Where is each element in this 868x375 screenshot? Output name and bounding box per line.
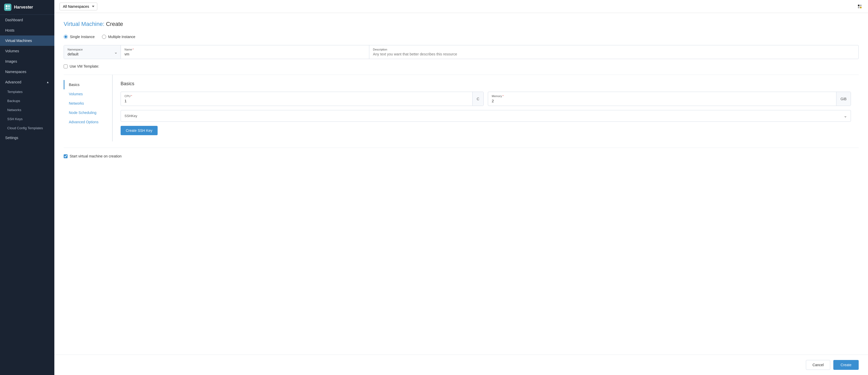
sidebar-item-dashboard[interactable]: Dashboard <box>0 15 54 25</box>
svg-rect-0 <box>6 5 7 7</box>
sidebar-item-hosts[interactable]: Hosts <box>0 25 54 35</box>
left-nav-advanced-options[interactable]: Advanced Options <box>64 117 112 127</box>
sidebar-item-advanced[interactable]: Advanced ▲ <box>0 77 54 87</box>
namespace-select[interactable]: All Namespaces default kube-system <box>60 3 97 10</box>
sidebar-item-volumes[interactable]: Volumes <box>0 46 54 56</box>
notification-icon[interactable] <box>857 3 863 9</box>
left-nav-networks[interactable]: Networks <box>64 99 112 108</box>
sidebar-item-label: Images <box>5 59 17 63</box>
basics-section-title: Basics <box>121 81 851 86</box>
sidebar-item-label: Hosts <box>5 28 14 32</box>
left-nav-basics[interactable]: Basics <box>64 80 112 89</box>
memory-input-group: Memory* GiB <box>488 92 851 106</box>
cpu-input-group: CPU* C <box>121 92 484 106</box>
sidebar-sub-cloud-config[interactable]: Cloud Config Templates <box>0 123 54 133</box>
sidebar-item-label: Settings <box>5 136 19 140</box>
namespace-chevron-icon[interactable]: ⌄ <box>114 50 118 55</box>
app-logo: Harvester <box>0 0 54 15</box>
page-title: Virtual Machine: Create <box>64 21 859 27</box>
create-button[interactable]: Create <box>833 360 859 370</box>
multiple-instance-label: Multiple Instance <box>108 35 135 39</box>
name-label: Name* <box>124 48 365 51</box>
sidebar-sub-networks[interactable]: Networks <box>0 106 54 114</box>
right-panel: Basics CPU* C <box>113 75 859 141</box>
memory-input[interactable] <box>492 99 833 103</box>
two-panel: Basics Volumes Networks Node Scheduling … <box>64 75 859 141</box>
name-input[interactable] <box>124 52 365 56</box>
sidebar-sub-ssh-keys[interactable]: SSH Keys <box>0 114 54 123</box>
app-name: Harvester <box>14 5 33 9</box>
multiple-instance-radio-label[interactable]: Multiple Instance <box>102 35 135 39</box>
topbar: All Namespaces default kube-system <box>54 0 868 13</box>
memory-label: Memory* <box>492 94 833 98</box>
use-vm-template-row: Use VM Template: <box>64 64 859 68</box>
chevron-up-icon: ▲ <box>46 81 49 84</box>
namespace-label: Namespace <box>67 48 117 51</box>
create-ssh-key-button[interactable]: Create SSH Key <box>121 126 158 135</box>
sidebar-item-images[interactable]: Images <box>0 56 54 66</box>
sidebar-item-settings[interactable]: Settings <box>0 133 54 143</box>
name-field: Name* <box>121 45 369 59</box>
single-instance-radio-label[interactable]: Single Instance <box>64 35 95 39</box>
svg-rect-1 <box>8 5 10 7</box>
single-instance-label: Single Instance <box>70 35 95 39</box>
svg-rect-7 <box>860 7 862 8</box>
left-nav-volumes[interactable]: Volumes <box>64 89 112 99</box>
sshkey-dropdown[interactable]: SSHKey ⌄ <box>121 110 851 122</box>
instance-type-group: Single Instance Multiple Instance <box>64 35 859 39</box>
svg-rect-4 <box>858 5 860 6</box>
sidebar-item-namespaces[interactable]: Namespaces <box>0 66 54 77</box>
sidebar-item-virtual-machines[interactable]: Virtual Machines <box>0 35 54 46</box>
multiple-instance-radio[interactable] <box>102 35 106 39</box>
content-area: Virtual Machine: Create Single Instance … <box>54 13 868 354</box>
namespace-name-description-row: Namespace default ⌄ Name* Description <box>64 45 859 59</box>
cpu-input-inner: CPU* <box>121 92 472 106</box>
cpu-input[interactable] <box>124 99 469 103</box>
namespace-field: Namespace default ⌄ <box>64 45 121 59</box>
sidebar-item-label: Advanced <box>5 80 21 84</box>
sidebar-sub-templates[interactable]: Templates <box>0 87 54 96</box>
svg-rect-5 <box>860 5 862 6</box>
cpu-suffix: C <box>472 92 484 106</box>
svg-rect-3 <box>8 7 10 9</box>
main-area: All Namespaces default kube-system Virtu… <box>54 0 868 375</box>
description-field: Description <box>369 45 859 59</box>
left-nav: Basics Volumes Networks Node Scheduling … <box>64 75 113 141</box>
sidebar-item-label: Dashboard <box>5 18 23 22</box>
left-nav-node-scheduling[interactable]: Node Scheduling <box>64 108 112 117</box>
sidebar-item-label: Virtual Machines <box>5 38 32 43</box>
start-vm-label: Start virtual machine on creation <box>70 154 122 158</box>
namespace-value: default <box>67 52 117 56</box>
footer: Cancel Create <box>54 354 868 375</box>
start-vm-row: Start virtual machine on creation <box>64 148 859 158</box>
description-label: Description <box>373 48 855 51</box>
start-vm-checkbox[interactable] <box>64 154 67 158</box>
sidebar-sub-backups[interactable]: Backups <box>0 96 54 106</box>
single-instance-radio[interactable] <box>64 35 68 39</box>
sshkey-dropdown-icon: ⌄ <box>844 113 847 118</box>
description-input[interactable] <box>373 52 855 56</box>
sidebar: Harvester Dashboard Hosts Virtual Machin… <box>0 0 54 375</box>
cpu-memory-row: CPU* C Memory* GiB <box>121 92 851 106</box>
sidebar-item-label: Volumes <box>5 49 19 53</box>
use-vm-template-checkbox[interactable] <box>64 64 67 68</box>
svg-rect-6 <box>858 7 860 8</box>
svg-rect-2 <box>6 7 7 9</box>
memory-input-inner: Memory* <box>488 92 836 106</box>
sshkey-label: SSHKey <box>124 114 137 118</box>
use-vm-template-label: Use VM Template: <box>70 64 99 68</box>
logo-icon <box>4 4 11 11</box>
sidebar-item-label: Namespaces <box>5 70 26 74</box>
cpu-label: CPU* <box>124 94 469 98</box>
cancel-button[interactable]: Cancel <box>806 360 830 370</box>
memory-suffix: GiB <box>836 92 851 106</box>
